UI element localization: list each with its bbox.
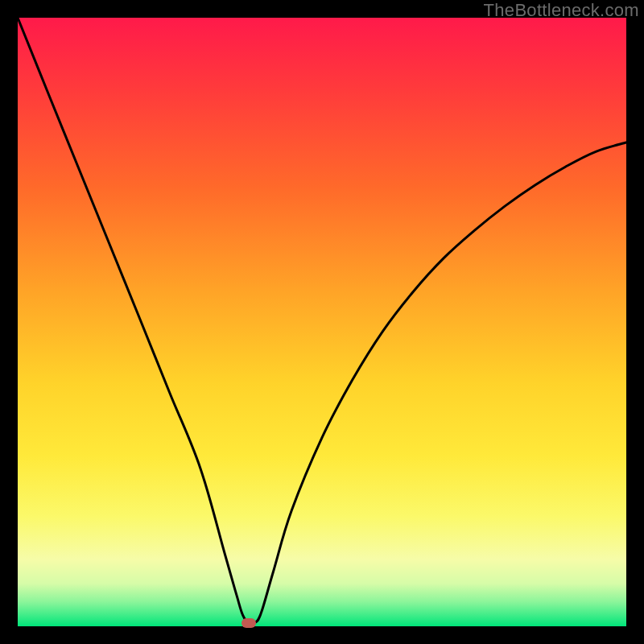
bottleneck-curve (18, 18, 626, 626)
chart-frame (18, 18, 626, 626)
watermark-text: TheBottleneck.com (484, 0, 639, 21)
optimal-point-marker (242, 618, 256, 628)
